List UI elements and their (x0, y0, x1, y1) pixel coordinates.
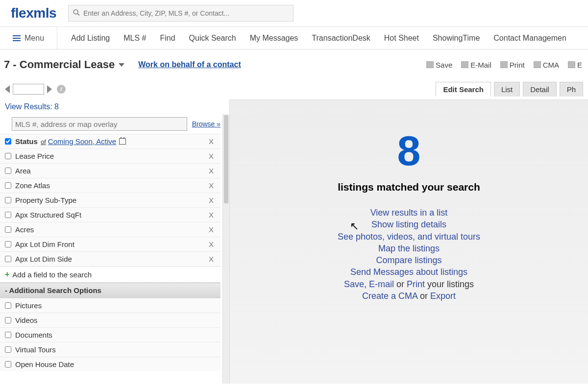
field-zone-atlas: Zone AtlasX (0, 178, 220, 193)
nav-contact-management[interactable]: Contact Managemen (493, 34, 566, 43)
tab-photos[interactable]: Ph (560, 82, 583, 97)
documents-checkbox[interactable] (5, 332, 11, 338)
results-links: View results in a list Show listing deta… (230, 207, 588, 302)
status-checkbox[interactable] (5, 138, 11, 145)
nav-add-listing[interactable]: Add Listing (71, 34, 110, 43)
menu-button[interactable]: Menu (0, 27, 57, 49)
nav-my-messages[interactable]: My Messages (250, 34, 298, 43)
field-lease-price: Lease PriceX (0, 148, 220, 163)
hamburger-icon (13, 35, 21, 41)
nav-transactiondesk[interactable]: TransactionDesk (312, 34, 370, 43)
nav-mls-number[interactable]: MLS # (123, 34, 146, 43)
search-icon (73, 9, 80, 18)
property-subtype-checkbox[interactable] (5, 197, 11, 203)
search-scroll: Browse » Status of Coming Soon, Active X… (0, 114, 229, 384)
print-icon (500, 61, 508, 68)
nav-hot-sheet[interactable]: Hot Sheet (384, 34, 419, 43)
link-export[interactable]: Export (430, 291, 456, 301)
open-house-date-checkbox[interactable] (5, 361, 11, 368)
tab-edit-search[interactable]: Edit Search (436, 82, 491, 97)
remove-field[interactable]: X (207, 255, 216, 263)
link-save[interactable]: Save (344, 279, 364, 289)
export-icon (568, 61, 575, 68)
field-label: Videos (15, 316, 38, 324)
split-pane: View Results: 8 Browse » Status of Comin… (0, 99, 588, 384)
scrollbar[interactable] (222, 114, 229, 384)
field-pictures: Pictures (0, 298, 220, 313)
behalf-link[interactable]: Work on behalf of a contact (138, 60, 241, 69)
structured-sqft-checkbox[interactable] (5, 212, 11, 218)
link-email[interactable]: E-mail (369, 279, 394, 289)
cursor-icon: ↖ (350, 220, 359, 233)
info-icon[interactable]: i (57, 85, 66, 94)
save-action[interactable]: Save (426, 61, 452, 69)
field-videos: Videos (0, 313, 220, 327)
nav-showingtime[interactable]: ShowingTime (433, 34, 480, 43)
remove-field[interactable]: X (207, 196, 216, 204)
svg-line-1 (77, 14, 79, 16)
zone-atlas-checkbox[interactable] (5, 182, 11, 189)
calendar-icon[interactable] (119, 138, 126, 145)
nav-find[interactable]: Find (160, 34, 175, 43)
topbar: flexmls (0, 0, 588, 27)
remove-field[interactable]: X (207, 211, 216, 219)
remove-field[interactable]: X (207, 240, 216, 248)
remove-field[interactable]: X (207, 181, 216, 190)
pager-row: i Edit Search List Detail Ph (0, 82, 588, 99)
export-action[interactable]: E (568, 61, 582, 69)
add-field-row[interactable]: + Add a field to the search (0, 266, 220, 283)
prev-arrow-icon[interactable] (5, 85, 10, 93)
link-create-cma[interactable]: Create a CMA (362, 291, 417, 301)
global-search-input[interactable] (68, 5, 294, 22)
field-label: Open House Date (15, 360, 74, 368)
browse-link[interactable]: Browse » (192, 120, 220, 128)
save-label: Save (436, 61, 452, 69)
field-label: Property Sub-Type (15, 196, 76, 204)
export-label: E (577, 61, 582, 69)
link-send-messages[interactable]: Send Messages about listings (350, 267, 467, 277)
link-view-list[interactable]: View results in a list (370, 208, 448, 218)
logo: flexmls (11, 5, 56, 21)
lot-dim-front-checkbox[interactable] (5, 241, 11, 247)
remove-field[interactable]: X (207, 167, 216, 175)
link-map-listings[interactable]: Map the listings (378, 244, 440, 253)
cma-action[interactable]: CMA (534, 61, 559, 69)
cma-label: CMA (543, 61, 559, 69)
page-input[interactable] (13, 84, 44, 95)
mls-row: Browse » (0, 114, 220, 134)
link-show-details[interactable]: Show listing details (371, 220, 446, 229)
acres-checkbox[interactable] (5, 226, 11, 233)
link-print[interactable]: Print (407, 279, 425, 289)
link-see-photos[interactable]: See photos, videos, and virtual tours (338, 232, 480, 242)
remove-field[interactable]: X (207, 152, 216, 160)
remove-status[interactable]: X (207, 137, 216, 146)
action-bar: Save E-Mail Print CMA E (426, 61, 582, 69)
field-label: Pictures (15, 301, 42, 310)
mls-input[interactable] (12, 117, 187, 131)
tab-detail[interactable]: Detail (523, 82, 556, 97)
area-checkbox[interactable] (5, 168, 11, 174)
email-action[interactable]: E-Mail (461, 61, 491, 69)
lot-dim-side-checkbox[interactable] (5, 256, 11, 262)
pictures-checkbox[interactable] (5, 302, 11, 309)
link-compare[interactable]: Compare listings (376, 255, 441, 265)
scrollbar-thumb[interactable] (224, 115, 228, 203)
nav-quick-search[interactable]: Quick Search (189, 34, 236, 43)
context-title: 7 - Commercial Lease (4, 58, 115, 71)
view-results[interactable]: View Results: 8 (0, 99, 229, 114)
search-panel: View Results: 8 Browse » Status of Comin… (0, 99, 229, 384)
print-action[interactable]: Print (500, 61, 525, 69)
context-title-wrap[interactable]: 7 - Commercial Lease (4, 58, 124, 71)
lease-price-checkbox[interactable] (5, 153, 11, 159)
email-label: E-Mail (470, 61, 491, 69)
videos-checkbox[interactable] (5, 317, 11, 323)
add-field-label: Add a field to the search (12, 270, 92, 279)
next-arrow-icon[interactable] (47, 85, 52, 93)
context-row: 7 - Commercial Lease Work on behalf of a… (0, 49, 588, 82)
status-values-link[interactable]: Coming Soon, Active (48, 137, 116, 146)
remove-field[interactable]: X (207, 225, 216, 234)
additional-header[interactable]: - Additional Search Options (0, 283, 220, 298)
tab-list[interactable]: List (494, 82, 520, 97)
virtual-tours-checkbox[interactable] (5, 346, 11, 353)
results-summary: 8 listings matched your search View resu… (230, 129, 588, 302)
